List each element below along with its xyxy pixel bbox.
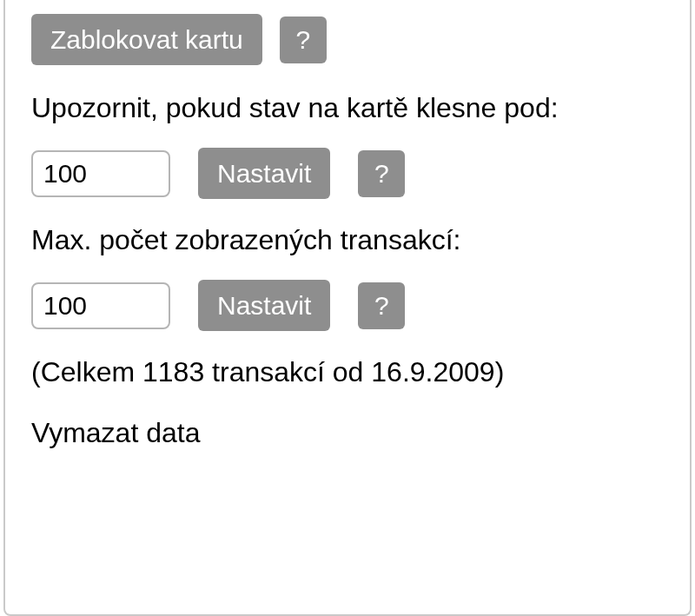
alert-threshold-label: Upozornit, pokud stav na kartě klesne po… [31, 89, 664, 127]
max-transactions-help-button[interactable]: ? [358, 282, 405, 329]
alert-threshold-help-button[interactable]: ? [358, 150, 405, 197]
delete-data-label: Vymazat data [31, 414, 664, 452]
alert-threshold-set-button[interactable]: Nastavit [198, 148, 330, 199]
settings-panel: Zablokovat kartu ? Upozornit, pokud stav… [3, 0, 692, 616]
block-card-help-button[interactable]: ? [280, 17, 327, 63]
max-transactions-row: Nastavit ? [31, 280, 664, 331]
block-card-row: Zablokovat kartu ? [31, 14, 664, 65]
max-transactions-label: Max. počet zobrazených transakcí: [31, 222, 664, 259]
block-card-button[interactable]: Zablokovat kartu [31, 14, 262, 65]
alert-threshold-input[interactable] [31, 150, 170, 197]
max-transactions-input[interactable] [31, 282, 170, 329]
max-transactions-set-button[interactable]: Nastavit [198, 280, 330, 331]
alert-threshold-row: Nastavit ? [31, 148, 664, 199]
transactions-summary: (Celkem 1183 transakcí od 16.9.2009) [31, 354, 664, 391]
